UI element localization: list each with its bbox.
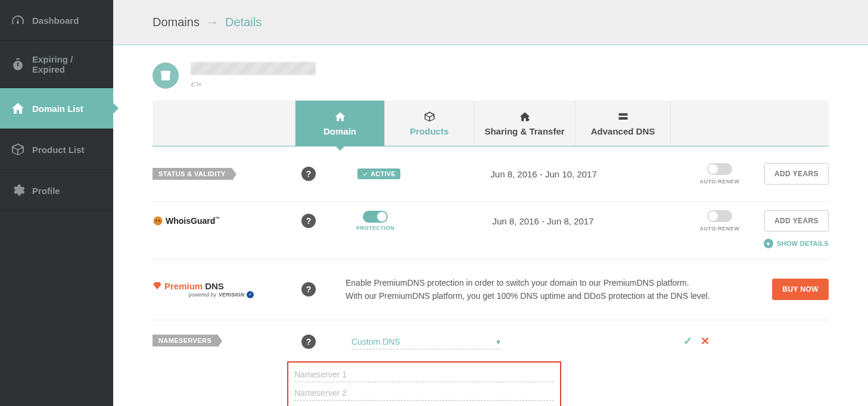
whois-dates: Jun 8, 2016 - Jun 8, 2017	[411, 216, 675, 226]
nameservers-row: NAMESERVERS ? Custom DNS ▾ ✓ ✕	[153, 320, 829, 349]
chevron-down-icon: ▾	[764, 239, 773, 248]
sidebar-item-label: Profile	[32, 186, 60, 196]
sidebar-item-product-list[interactable]: Product List	[0, 129, 113, 170]
tab-label: Sharing & Transfer	[484, 126, 564, 136]
domain-name-redacted	[191, 62, 316, 75]
tab-advanced-dns[interactable]: Advanced DNS	[575, 101, 671, 146]
protection-label: PROTECTION	[356, 225, 394, 231]
sidebar: Dashboard Expiring / Expired Domain List…	[0, 0, 113, 406]
status-badge-text: ACTIVE	[371, 170, 396, 177]
trademark-icon: ™	[215, 216, 220, 221]
tag-icon[interactable]: 🏷+	[191, 80, 316, 89]
tab-sharing[interactable]: Sharing & Transfer	[474, 101, 575, 146]
gear-icon	[11, 183, 25, 198]
house-icon	[334, 111, 346, 123]
buy-now-button[interactable]: BUY NOW	[772, 279, 829, 300]
breadcrumb-current: Details	[225, 15, 262, 29]
premium-name2: DNS	[205, 281, 224, 291]
tab-label: Domain	[323, 126, 356, 136]
whoisguard-row: WhoisGuard™ ? PROTECTION Jun 8, 2016 - J…	[153, 202, 829, 234]
sidebar-item-domain-list[interactable]: Domain List	[0, 88, 113, 129]
whois-brand-prefix: Whois	[166, 216, 191, 226]
help-icon[interactable]: ?	[301, 167, 316, 181]
svg-rect-0	[618, 113, 627, 115]
add-years-button[interactable]: ADD YEARS	[764, 163, 829, 185]
chevron-down-icon: ▾	[496, 337, 500, 346]
verisign-text: VERISIGN	[219, 292, 244, 298]
premium-line1: Enable PremiumDNS protection in order to…	[346, 276, 748, 289]
help-icon[interactable]: ?	[301, 335, 316, 349]
main-content: Domains → Details 🏷+ Domain	[113, 0, 868, 406]
cancel-icon[interactable]: ✕	[701, 335, 710, 348]
server-icon	[617, 111, 630, 123]
whoisguard-brand: WhoisGuard™	[153, 216, 254, 226]
tab-label: Products	[410, 126, 449, 136]
tab-domain[interactable]: Domain	[295, 101, 385, 146]
breadcrumb-root[interactable]: Domains	[153, 15, 200, 29]
sidebar-item-profile[interactable]: Profile	[0, 170, 113, 211]
sidebar-item-label: Expiring / Expired	[32, 54, 102, 74]
sidebar-item-label: Domain List	[32, 104, 83, 114]
status-badge: ACTIVE	[357, 168, 400, 179]
auto-renew-toggle[interactable]	[707, 210, 732, 222]
diamond-icon	[153, 281, 162, 291]
domain-header: 🏷+	[153, 62, 829, 89]
nameserver-type-select[interactable]: Custom DNS ▾	[351, 335, 500, 349]
house-icon	[11, 101, 25, 115]
status-dates: Jun 8, 2016 - Jun 10, 2017	[412, 169, 675, 179]
tab-blank[interactable]	[153, 101, 295, 146]
auto-renew-toggle[interactable]	[707, 163, 732, 175]
stopwatch-icon	[11, 57, 25, 71]
box-icon	[11, 142, 25, 157]
whois-brand-suffix: Guard	[191, 216, 215, 226]
ns-select-value: Custom DNS	[351, 337, 400, 346]
check-icon	[362, 171, 368, 177]
sidebar-item-dashboard[interactable]: Dashboard	[0, 0, 113, 41]
powered-by-text: powered by	[188, 292, 216, 298]
status-row: STATUS & VALIDITY ? ACTIVE Jun 8, 2016 -…	[153, 146, 829, 202]
svg-rect-1	[618, 117, 627, 119]
premium-description: Enable PremiumDNS protection in order to…	[328, 276, 760, 303]
nameservers-section-label: NAMESERVERS	[153, 335, 217, 346]
premiumdns-brand: PremiumDNS powered by VERISIGN ✓	[153, 281, 254, 298]
premiumdns-row: PremiumDNS powered by VERISIGN ✓ ? Enabl…	[153, 260, 829, 320]
status-section-label: STATUS & VALIDITY	[153, 168, 232, 180]
help-icon[interactable]: ?	[301, 282, 316, 296]
nameserver-1-input[interactable]	[294, 367, 554, 382]
auto-renew-label: AUTO-RENEW	[700, 226, 740, 232]
storefront-icon	[158, 68, 173, 83]
tab-label: Advanced DNS	[591, 126, 655, 136]
sidebar-item-label: Dashboard	[32, 15, 79, 26]
show-details-label: SHOW DETAILS	[777, 240, 829, 247]
breadcrumb-arrow-icon: →	[206, 15, 218, 29]
premium-name1: Premium	[164, 281, 203, 291]
tab-products[interactable]: Products	[385, 101, 474, 146]
premium-line2: With our PremiumDNS platform, you get 10…	[346, 289, 748, 302]
share-icon	[519, 111, 531, 123]
box-icon	[424, 111, 435, 123]
nameserver-input-box: + ADD NAMESERVER	[287, 361, 561, 406]
breadcrumb: Domains → Details	[113, 0, 868, 45]
add-years-button[interactable]: ADD YEARS	[764, 210, 829, 232]
sidebar-item-label: Product List	[32, 145, 85, 155]
auto-renew-label: AUTO-RENEW	[700, 179, 740, 185]
verisign-badge-icon: ✓	[247, 291, 254, 298]
domain-avatar	[153, 63, 179, 89]
gauge-icon	[11, 13, 25, 27]
tabs: Domain Products Sharing & Transfer Advan…	[153, 101, 829, 146]
help-icon[interactable]: ?	[301, 214, 316, 228]
protection-toggle[interactable]	[363, 211, 388, 223]
sidebar-item-expiring[interactable]: Expiring / Expired	[0, 41, 113, 88]
confirm-icon[interactable]: ✓	[683, 335, 692, 348]
shield-mask-icon	[153, 216, 163, 226]
show-details-link[interactable]: ▾ SHOW DETAILS	[153, 234, 829, 260]
svg-point-2	[154, 217, 163, 226]
nameserver-2-input[interactable]	[294, 386, 554, 401]
